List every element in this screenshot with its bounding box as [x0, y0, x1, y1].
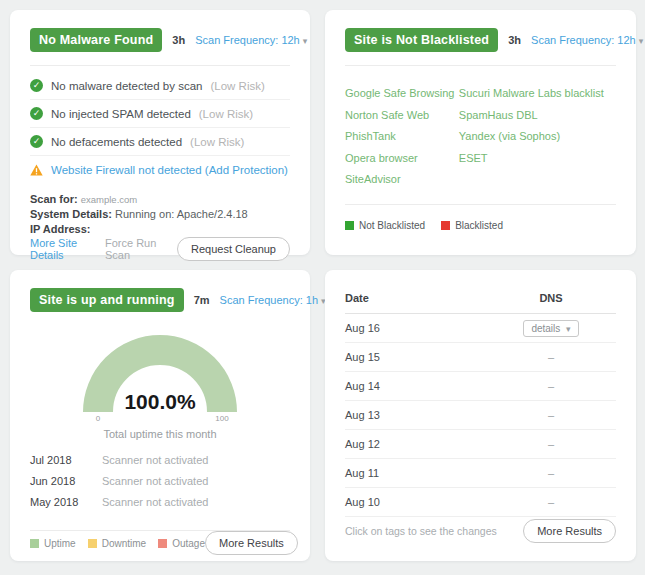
service-link[interactable]: SpamHaus DBL: [459, 105, 616, 127]
gauge-min-label: 0: [96, 414, 101, 422]
ip-address-label: IP Address:: [30, 223, 91, 235]
row-date: Aug 12: [345, 438, 486, 450]
month-row: May 2018 Scanner not activated: [30, 496, 290, 508]
row-date: Aug 15: [345, 351, 486, 363]
gauge-value: 100.0%: [124, 390, 196, 413]
check-icon: ✓: [30, 135, 43, 148]
scan-frequency-dropdown[interactable]: Scan Frequency: 1h▾: [220, 294, 326, 306]
system-details-line: System Details: Running on: Apache/2.4.1…: [30, 207, 290, 222]
scan-frequency-label: Scan Frequency: 12h: [531, 34, 636, 46]
check-list: ✓ No malware detected by scan (Low Risk)…: [30, 72, 290, 156]
month-status: Scanner not activated: [102, 475, 208, 487]
uptime-months: Jul 2018 Scanner not activated Jun 2018 …: [30, 454, 290, 517]
table-row: Aug 10 –: [345, 488, 616, 517]
table-row: Aug 15 –: [345, 343, 616, 372]
malware-panel: No Malware Found 3h Scan Frequency: 12h▾…: [10, 10, 310, 255]
service-link[interactable]: ESET: [459, 148, 616, 170]
service-link[interactable]: Google Safe Browsing: [345, 83, 459, 105]
row-date: Aug 10: [345, 496, 486, 508]
dns-rows: Aug 15 – Aug 14 – Aug 13 – Aug 12 –: [345, 343, 616, 517]
check-text: No malware detected by scan: [51, 80, 203, 92]
legend-swatch: [30, 539, 39, 548]
legend-label: Uptime: [44, 538, 76, 549]
legend-label: Blacklisted: [455, 220, 503, 231]
legend-item: Outage: [158, 538, 205, 549]
uptime-gauge: 100.0% 0 100: [30, 322, 290, 426]
firewall-warning-link[interactable]: Website Firewall not detected (Add Prote…: [51, 164, 288, 176]
blacklist-services: Google Safe BrowsingNorton Safe WebPhish…: [345, 83, 616, 191]
uptime-footer: Uptime Downtime Outage More Results: [30, 531, 290, 555]
row-dns-value: –: [486, 380, 616, 392]
tags-hint: Click on tags to see the changes: [345, 525, 497, 537]
check-row: ✓ No injected SPAM detected (Low Risk): [30, 100, 290, 128]
row-date: Aug 11: [345, 467, 486, 479]
request-cleanup-button[interactable]: Request Cleanup: [177, 237, 290, 261]
legend-label: Outage: [172, 538, 205, 549]
service-link[interactable]: Yandex (via Sophos): [459, 126, 616, 148]
month-row: Jun 2018 Scanner not activated: [30, 475, 290, 487]
service-link[interactable]: Sucuri Malware Labs blacklist: [459, 83, 616, 105]
check-icon: ✓: [30, 107, 43, 120]
dns-panel: Date DNS Aug 16 details ▾ Aug 15 – Aug 1…: [325, 270, 636, 561]
risk-label: (Low Risk): [199, 108, 253, 120]
chevron-down-icon: ▾: [639, 36, 644, 46]
table-row: Aug 12 –: [345, 430, 616, 459]
service-link[interactable]: Opera browser: [345, 148, 459, 170]
row-dns-value: –: [486, 496, 616, 508]
service-link[interactable]: Norton Safe Web: [345, 105, 459, 127]
malware-footer: More Site Details Force Run Scan Request…: [30, 237, 290, 261]
scan-frequency-dropdown[interactable]: Scan Frequency: 12h▾: [531, 34, 643, 46]
month-label: Jun 2018: [30, 475, 102, 487]
malware-header: No Malware Found 3h Scan Frequency: 12h▾: [30, 28, 290, 52]
firewall-warning-row: Website Firewall not detected (Add Prote…: [30, 156, 290, 176]
ip-address-line: IP Address:: [30, 222, 290, 237]
system-info: Scan for: example.com System Details: Ru…: [30, 192, 290, 237]
blacklist-panel: Site is Not Blacklisted 3h Scan Frequenc…: [325, 10, 636, 255]
row-dns-value: –: [486, 438, 616, 450]
month-label: Jul 2018: [30, 454, 102, 466]
more-results-button[interactable]: More Results: [205, 531, 298, 555]
more-site-details-link[interactable]: More Site Details: [30, 237, 87, 261]
divider: [345, 65, 616, 66]
legend-label: Not Blacklisted: [359, 220, 425, 231]
scan-frequency-dropdown[interactable]: Scan Frequency: 12h▾: [195, 34, 307, 46]
scan-for-label: Scan for:: [30, 193, 78, 205]
row-date: Aug 13: [345, 409, 486, 421]
legend-item: Downtime: [88, 538, 146, 549]
services-column-1: Google Safe BrowsingNorton Safe WebPhish…: [345, 83, 459, 191]
month-row: Jul 2018 Scanner not activated: [30, 454, 290, 466]
scan-frequency-label: Scan Frequency: 12h: [195, 34, 300, 46]
details-label: details: [531, 323, 560, 334]
service-link[interactable]: PhishTank: [345, 126, 459, 148]
dns-table-header: Date DNS: [345, 288, 616, 314]
scan-for-value: example.com: [81, 194, 138, 205]
legend-swatch: [345, 221, 354, 230]
table-row: Aug 14 –: [345, 372, 616, 401]
dns-column-header: DNS: [486, 292, 616, 304]
legend-swatch: [88, 539, 97, 548]
service-link[interactable]: SiteAdvisor: [345, 169, 459, 191]
divider: [30, 65, 290, 66]
status-badge: No Malware Found: [30, 28, 162, 52]
month-label: May 2018: [30, 496, 102, 508]
uptime-legend: Uptime Downtime Outage: [30, 538, 205, 549]
legend-item: Not Blacklisted: [345, 220, 425, 231]
details-dropdown[interactable]: details ▾: [523, 320, 578, 337]
scan-age: 3h: [172, 34, 185, 46]
check-row: ✓ No defacements detected (Low Risk): [30, 128, 290, 156]
row-dns-value: –: [486, 409, 616, 421]
force-run-scan-link[interactable]: Force Run Scan: [105, 237, 159, 261]
system-details-value: Running on: Apache/2.4.18: [115, 208, 248, 220]
uptime-panel: Site is up and running 7m Scan Frequency…: [10, 270, 310, 561]
gauge-max-label: 100: [215, 414, 229, 422]
dns-footer: Click on tags to see the changes More Re…: [345, 519, 616, 543]
row-date: Aug 16: [345, 322, 486, 334]
check-text: No injected SPAM detected: [51, 108, 191, 120]
table-row: Aug 11 –: [345, 459, 616, 488]
uptime-header: Site is up and running 7m Scan Frequency…: [30, 288, 290, 312]
month-status: Scanner not activated: [102, 454, 208, 466]
legend-swatch: [441, 221, 450, 230]
more-results-button[interactable]: More Results: [523, 519, 616, 543]
chevron-down-icon: ▾: [566, 324, 571, 334]
services-column-2: Sucuri Malware Labs blacklistSpamHaus DB…: [459, 83, 616, 191]
